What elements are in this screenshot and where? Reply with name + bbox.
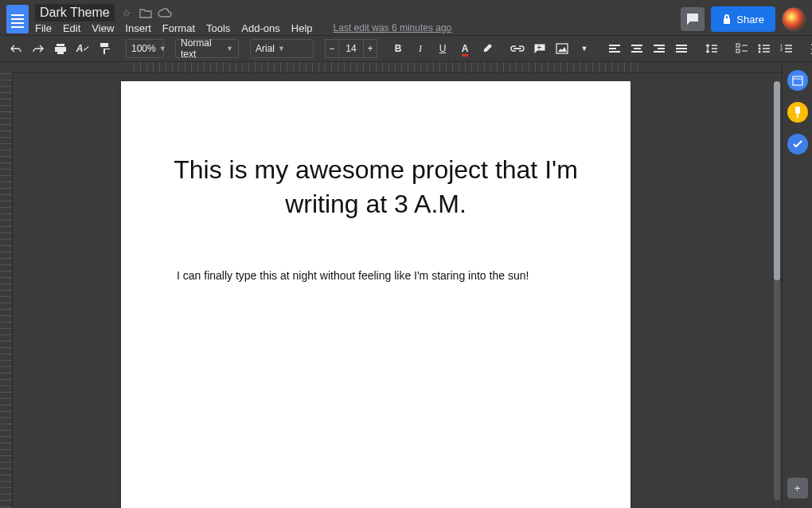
move-to-folder-icon[interactable] xyxy=(139,6,153,20)
paragraph-style-value: Normal text xyxy=(181,37,223,60)
side-panel-get-addons[interactable]: ＋ xyxy=(787,478,808,498)
comments-button[interactable] xyxy=(681,7,705,31)
undo-button[interactable] xyxy=(6,39,25,58)
zoom-value: 100% xyxy=(131,43,156,54)
align-center-button[interactable] xyxy=(627,39,646,58)
tasks-icon xyxy=(792,139,803,150)
bulleted-list-button[interactable] xyxy=(755,39,774,58)
font-family-dropdown[interactable]: Arial▼ xyxy=(250,39,314,58)
numbered-list-button[interactable]: 12 xyxy=(777,39,796,58)
star-icon[interactable]: ☆ xyxy=(119,6,134,20)
ruler-ticks xyxy=(134,62,643,72)
document-canvas[interactable]: This is my awesome project that I'm writ… xyxy=(13,73,812,508)
paragraph-style-dropdown[interactable]: Normal text▼ xyxy=(175,39,239,58)
menu-help[interactable]: Help xyxy=(291,22,313,34)
side-panel-calendar[interactable] xyxy=(787,70,808,91)
text-color-button[interactable]: A xyxy=(455,39,474,58)
menu-insert[interactable]: Insert xyxy=(125,22,151,34)
underline-button[interactable]: U xyxy=(433,39,452,58)
workspace: This is my awesome project that I'm writ… xyxy=(0,73,812,508)
docs-logo-icon[interactable] xyxy=(6,5,29,33)
undo-icon xyxy=(10,44,22,53)
vertical-ruler[interactable] xyxy=(0,73,13,508)
document-body-text[interactable]: I can finally type this at night without… xyxy=(121,221,630,282)
cloud-status-icon[interactable] xyxy=(158,6,172,20)
bullet-list-icon xyxy=(758,43,771,54)
svg-text:2: 2 xyxy=(780,47,783,52)
font-size-group: − 14 + xyxy=(325,39,377,58)
menu-bar: File Edit View Insert Format Tools Add-o… xyxy=(35,22,451,34)
title-row: Dark Theme ☆ xyxy=(35,4,451,21)
share-button-label: Share xyxy=(736,14,764,25)
spellcheck-button[interactable]: A✓ xyxy=(73,39,92,58)
side-panel: ＋ xyxy=(782,62,812,508)
font-family-value: Arial xyxy=(256,43,275,54)
share-button[interactable]: Share xyxy=(711,6,775,32)
keep-icon xyxy=(793,106,802,119)
menu-tools[interactable]: Tools xyxy=(206,22,230,34)
calendar-icon xyxy=(792,75,803,86)
image-icon xyxy=(556,43,568,54)
last-edit-link[interactable]: Last edit was 6 minutes ago xyxy=(334,22,452,34)
add-comment-button[interactable] xyxy=(530,39,549,58)
paint-roller-icon xyxy=(100,42,111,55)
font-size-increase[interactable]: + xyxy=(363,39,377,58)
font-size-decrease[interactable]: − xyxy=(325,39,339,58)
insert-link-button[interactable] xyxy=(508,39,527,58)
insert-image-caret[interactable]: ▼ xyxy=(575,39,594,58)
align-left-button[interactable] xyxy=(605,39,624,58)
print-icon xyxy=(54,43,67,54)
svg-rect-2 xyxy=(736,49,740,53)
redo-button[interactable] xyxy=(29,39,48,58)
line-spacing-button[interactable] xyxy=(702,39,721,58)
svg-rect-8 xyxy=(793,76,802,85)
numbered-list-icon: 12 xyxy=(780,43,793,54)
menu-view[interactable]: View xyxy=(92,22,114,34)
align-justify-button[interactable] xyxy=(672,39,691,58)
app-header: Dark Theme ☆ File Edit View Insert Forma… xyxy=(0,0,812,35)
title-block: Dark Theme ☆ File Edit View Insert Forma… xyxy=(35,4,451,34)
paint-format-button[interactable] xyxy=(96,39,115,58)
svg-rect-0 xyxy=(556,44,568,53)
line-spacing-icon xyxy=(705,43,718,54)
document-page[interactable]: This is my awesome project that I'm writ… xyxy=(121,81,630,508)
italic-button[interactable]: I xyxy=(411,39,430,58)
document-title[interactable]: Dark Theme xyxy=(35,4,115,21)
side-panel-keep[interactable] xyxy=(787,102,808,123)
menu-file[interactable]: File xyxy=(35,22,52,34)
scrollbar-thumb[interactable] xyxy=(774,81,780,280)
highlight-color-button[interactable] xyxy=(478,39,497,58)
document-heading[interactable]: This is my awesome project that I'm writ… xyxy=(121,81,630,221)
svg-rect-1 xyxy=(736,44,740,47)
menu-format[interactable]: Format xyxy=(162,22,195,34)
svg-point-4 xyxy=(759,48,761,50)
decrease-indent-button[interactable] xyxy=(807,39,812,58)
toolbar: A✓ 100%▼ Normal text▼ Arial▼ − 14 + B I … xyxy=(0,35,812,62)
insert-image-button[interactable] xyxy=(552,39,572,58)
vertical-scrollbar[interactable] xyxy=(774,81,780,500)
menu-addons[interactable]: Add-ons xyxy=(241,22,279,34)
zoom-dropdown[interactable]: 100%▼ xyxy=(126,39,164,58)
checklist-icon xyxy=(736,43,748,54)
link-icon xyxy=(510,45,525,53)
lock-icon xyxy=(722,14,732,25)
account-avatar[interactable] xyxy=(782,7,806,31)
comment-plus-icon xyxy=(533,43,546,54)
bold-button[interactable]: B xyxy=(388,39,408,58)
svg-point-3 xyxy=(759,45,761,47)
horizontal-ruler[interactable] xyxy=(13,62,812,73)
highlighter-icon xyxy=(482,43,493,54)
redo-icon xyxy=(32,44,45,53)
checklist-button[interactable] xyxy=(732,39,751,58)
font-size-value[interactable]: 14 xyxy=(339,39,363,58)
align-right-button[interactable] xyxy=(650,39,669,58)
menu-edit[interactable]: Edit xyxy=(63,22,80,34)
print-button[interactable] xyxy=(51,39,70,58)
side-panel-tasks[interactable] xyxy=(787,134,808,154)
svg-point-5 xyxy=(759,51,761,53)
